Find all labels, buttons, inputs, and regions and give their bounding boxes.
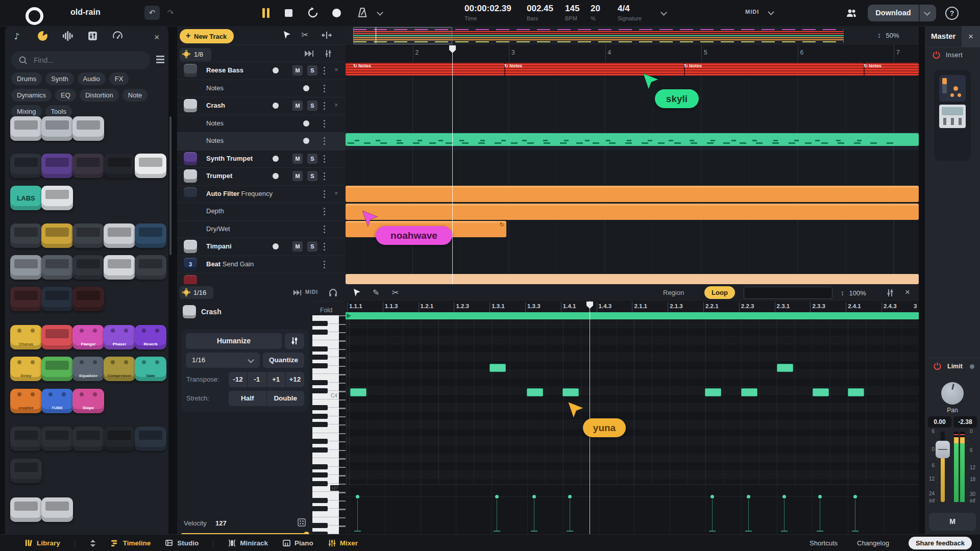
velocity-stem[interactable] bbox=[855, 499, 855, 531]
collapse-automation-icon[interactable]: × bbox=[334, 66, 338, 73]
library-item-delay[interactable]: Delay bbox=[10, 357, 42, 381]
midi-note[interactable] bbox=[741, 388, 757, 396]
transport-stat[interactable]: 00:00:02.39Time bbox=[464, 4, 511, 21]
library-item[interactable] bbox=[72, 255, 104, 280]
library-item[interactable] bbox=[135, 154, 166, 178]
record-button[interactable] bbox=[332, 9, 341, 17]
piano-black-key[interactable] bbox=[312, 506, 328, 511]
piano-black-key[interactable] bbox=[312, 481, 328, 486]
library-item-chorus[interactable]: Chorus bbox=[10, 325, 42, 349]
loops-waveform-icon[interactable] bbox=[62, 31, 74, 42]
piano-black-key[interactable] bbox=[312, 447, 328, 453]
collapse-automation-icon[interactable]: × bbox=[334, 101, 338, 109]
clip-audio[interactable] bbox=[346, 274, 919, 284]
velocity-dot[interactable] bbox=[747, 495, 750, 498]
search-box[interactable] bbox=[11, 51, 150, 69]
search-input[interactable] bbox=[33, 53, 142, 67]
library-item[interactable] bbox=[72, 223, 104, 248]
library-item-phaser[interactable]: Phaser bbox=[104, 325, 135, 349]
bottom-tab-studio[interactable]: Studio bbox=[165, 539, 199, 547]
meter-value-box[interactable]: -2.38 bbox=[953, 416, 977, 428]
velocity-stem[interactable] bbox=[497, 499, 497, 531]
track-row-notes[interactable]: Notes bbox=[177, 115, 346, 133]
track-row[interactable] bbox=[177, 273, 346, 284]
library-item[interactable] bbox=[41, 357, 73, 381]
solo-button[interactable]: S bbox=[307, 241, 317, 252]
fold-label[interactable]: Fold bbox=[320, 307, 332, 314]
help-button[interactable]: ? bbox=[945, 7, 959, 20]
mute-button[interactable]: M bbox=[292, 101, 303, 111]
solo-button[interactable]: S bbox=[307, 154, 317, 164]
library-item[interactable] bbox=[41, 154, 73, 178]
filter-pill-distortion[interactable]: Distortion bbox=[80, 89, 119, 102]
timeline-lane[interactable] bbox=[346, 150, 919, 168]
meter-gauge-icon[interactable] bbox=[112, 31, 124, 42]
track-menu-icon[interactable] bbox=[324, 88, 325, 89]
track-menu-icon[interactable] bbox=[324, 176, 325, 177]
pr-playhead-line[interactable] bbox=[590, 301, 590, 534]
region-mode-button[interactable]: Region bbox=[663, 289, 684, 296]
velocity-stem[interactable] bbox=[570, 499, 570, 531]
library-item-reverb[interactable]: Reverb bbox=[135, 325, 166, 349]
humanize-button[interactable]: Humanize bbox=[186, 333, 282, 349]
library-item-slope[interactable]: Slope bbox=[72, 389, 104, 413]
track-level-dot[interactable] bbox=[273, 243, 279, 249]
timeline-lane[interactable] bbox=[346, 256, 919, 274]
track-row-depth[interactable]: Depth bbox=[177, 203, 346, 221]
sidebar-close-icon[interactable]: × bbox=[154, 32, 160, 43]
midi-note[interactable] bbox=[527, 388, 543, 396]
piano-black-key[interactable] bbox=[312, 346, 328, 352]
library-item[interactable] bbox=[10, 459, 42, 483]
limit-power-icon[interactable] bbox=[933, 362, 942, 370]
track-row-dry-wet[interactable]: Dry/Wet bbox=[177, 220, 346, 239]
track-row-synth-trumpet[interactable]: Synth TrumpetMS bbox=[177, 150, 346, 168]
pr-track-name[interactable]: Crash bbox=[201, 308, 222, 316]
redo-button[interactable]: ↷ bbox=[164, 7, 177, 18]
library-item[interactable] bbox=[41, 325, 73, 349]
metronome-icon[interactable] bbox=[357, 7, 368, 18]
velocity-dot[interactable] bbox=[782, 495, 786, 498]
pointer-tool-icon[interactable] bbox=[282, 31, 291, 40]
bottom-tab-timeline[interactable]: Timeline bbox=[111, 539, 151, 547]
midi-note[interactable] bbox=[705, 388, 721, 396]
library-item[interactable] bbox=[104, 427, 135, 451]
library-item[interactable] bbox=[41, 287, 73, 311]
solo-button[interactable]: S bbox=[307, 65, 317, 76]
solo-button[interactable]: S bbox=[307, 101, 317, 111]
library-item[interactable] bbox=[41, 497, 73, 522]
timeline-lane[interactable] bbox=[346, 97, 919, 115]
master-mute-button[interactable]: M bbox=[929, 513, 976, 531]
loop-button[interactable] bbox=[307, 7, 319, 19]
pr-snap-grid-select[interactable]: 1/16 bbox=[180, 286, 213, 299]
transport-stat[interactable]: 002.45Bars bbox=[527, 4, 553, 21]
minimap-viewport[interactable] bbox=[353, 27, 452, 44]
share-feedback-button[interactable]: Share feedback bbox=[909, 537, 972, 549]
velocity-dot[interactable] bbox=[818, 495, 822, 498]
clip-auto[interactable] bbox=[346, 204, 919, 220]
library-item[interactable] bbox=[10, 116, 42, 141]
piano-black-key[interactable] bbox=[312, 414, 328, 419]
track-row-auto-filter[interactable]: Auto Filter Frequency× bbox=[177, 185, 346, 204]
loop-mode-button[interactable]: Loop bbox=[704, 286, 735, 299]
clip-auto[interactable] bbox=[346, 186, 919, 202]
bottom-tab-piano[interactable]: Piano bbox=[282, 539, 313, 547]
track-level-dot[interactable] bbox=[273, 173, 279, 179]
library-item[interactable] bbox=[10, 255, 42, 280]
filter-pill-synth[interactable]: Synth bbox=[45, 72, 74, 85]
follow-playhead-icon[interactable] bbox=[304, 49, 314, 58]
track-menu-icon[interactable] bbox=[324, 70, 325, 71]
library-item[interactable] bbox=[104, 223, 135, 248]
library-item-crusher[interactable]: crusher bbox=[10, 389, 42, 413]
track-menu-icon[interactable] bbox=[324, 123, 325, 124]
velocity-dot[interactable] bbox=[495, 495, 499, 498]
playhead-line[interactable] bbox=[452, 45, 453, 284]
pr-zoom-control[interactable]: ↕ 100% bbox=[841, 288, 866, 297]
velocity-dot[interactable] bbox=[853, 495, 857, 498]
piano-black-key[interactable] bbox=[312, 464, 328, 469]
download-button[interactable]: Download bbox=[868, 5, 919, 21]
pr-pencil-tool-icon[interactable]: ✎ bbox=[373, 288, 379, 297]
filter-pill-dynamics[interactable]: Dynamics bbox=[11, 89, 52, 102]
patches-knob-icon[interactable] bbox=[37, 31, 48, 42]
quantize-button[interactable]: Quantize bbox=[263, 353, 304, 368]
pan-knob[interactable] bbox=[941, 382, 964, 405]
